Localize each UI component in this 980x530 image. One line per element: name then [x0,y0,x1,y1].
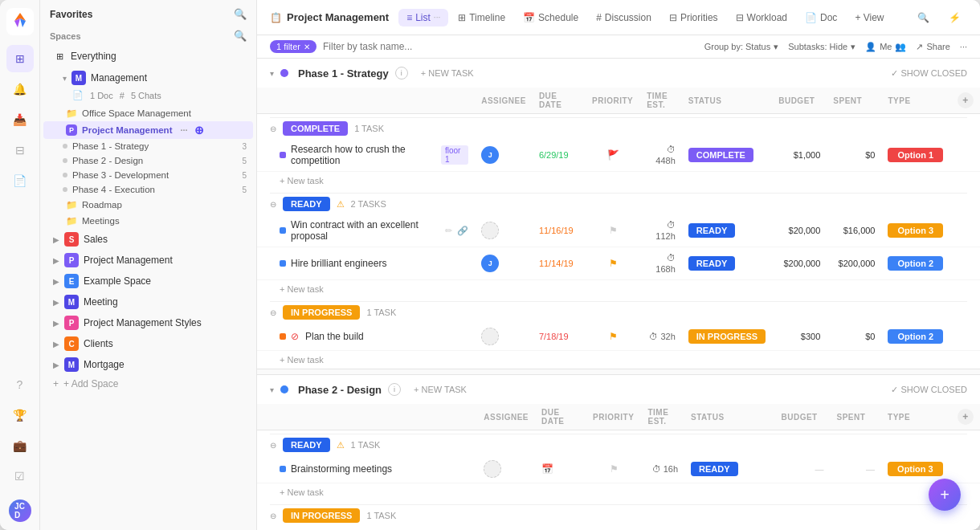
list-more-icon[interactable]: ··· [434,13,440,22]
search-btn[interactable]: 🔍 [911,9,936,26]
sidebar-item-meetings[interactable]: 📁 Meetings [43,213,253,229]
type-badge[interactable]: Option 3 [888,462,943,476]
edit-icon[interactable]: ✏ [445,226,452,236]
sidebar-item-management[interactable]: ▾ M Management [53,67,243,88]
pm-arrow[interactable]: ▶ [53,256,59,265]
new-task-link[interactable]: + New task [280,284,324,294]
link-icon[interactable]: 🔗 [457,226,468,236]
phase1-show-closed-btn[interactable]: ✓ SHOW CLOSED [891,68,967,79]
me-btn[interactable]: 👤 Me 👥 [865,42,906,52]
type-badge[interactable]: Option 2 [888,256,943,271]
inbox-icon[interactable]: 📥 [6,106,34,133]
assignee-avatar-empty[interactable] [481,222,499,239]
tab-schedule[interactable]: 📅 Schedule [515,9,586,26]
filter-badge[interactable]: 1 filter ✕ [270,40,316,53]
user-avatar[interactable]: JCD [9,499,31,522]
share-btn[interactable]: ↗ Share [916,42,949,52]
tab-discussion[interactable]: # Discussion [588,9,659,26]
notifications-icon[interactable]: 🔔 [6,75,34,103]
ready2-group-arrow[interactable]: ⊖ [270,441,276,450]
phase1-info-icon[interactable]: i [395,67,408,80]
management-arrow[interactable]: ▾ [63,74,67,83]
add-column-btn-2[interactable]: + [958,409,974,425]
add-column-btn[interactable]: + [958,92,974,108]
phase1-arrow[interactable]: ▾ [270,69,274,78]
tab-add-view[interactable]: + View [847,9,892,26]
briefcase-icon[interactable]: 💼 [6,432,34,459]
status-badge[interactable]: READY [688,256,736,271]
help-icon[interactable]: ? [6,371,34,398]
status-badge[interactable]: COMPLETE [688,148,753,162]
status-badge[interactable]: IN PROGRESS [688,329,766,344]
assignee-avatar[interactable]: J [481,255,499,272]
tab-list[interactable]: ≡ List ··· [398,9,448,26]
new-task-link[interactable]: + New task [280,176,324,186]
sidebar-item-office-space[interactable]: 📁 Office Space Management [43,105,253,121]
status-badge[interactable]: READY [688,223,736,238]
sidebar-item-clients[interactable]: ▶ C Clients [43,333,253,354]
checklist-icon[interactable]: ☑ [6,463,34,490]
ready-status-chip[interactable]: READY [283,197,330,211]
tab-timeline[interactable]: ⊞ Timeline [450,9,513,26]
sidebar-item-project-management[interactable]: P Project Management ··· ⊕ [43,121,253,139]
inprogress-group-arrow[interactable]: ⊖ [270,308,276,317]
phase2-arrow[interactable]: ▾ [270,385,274,394]
more-btn[interactable]: ··· [960,42,967,51]
meeting-arrow[interactable]: ▶ [53,298,59,307]
phase2-new-task-btn[interactable]: + NEW TASK [414,385,467,394]
complete-group-arrow[interactable]: ⊖ [270,124,276,133]
docs-icon[interactable]: 📄 [6,167,34,194]
sales-arrow[interactable]: ▶ [53,235,59,244]
phase2-info-icon[interactable]: i [388,383,401,396]
pm-more-icon[interactable]: ··· [180,125,187,135]
mortgage-arrow[interactable]: ▶ [53,361,59,369]
sidebar-item-phase2[interactable]: Phase 2 - Design 5 [56,153,253,168]
type-badge[interactable]: Option 3 [888,223,943,238]
status-badge[interactable]: READY [691,462,738,476]
assignee-avatar-empty[interactable] [484,460,501,478]
new-task-link[interactable]: + New task [280,355,324,365]
home-icon[interactable]: ⊞ [6,45,34,72]
complete-status-chip[interactable]: COMPLETE [283,121,348,136]
add-space-item[interactable]: + + Add Space [43,375,253,393]
example-arrow[interactable]: ▶ [53,277,59,286]
sidebar-item-roadmap[interactable]: 📁 Roadmap [43,197,253,213]
ready-group-arrow[interactable]: ⊖ [270,200,276,209]
inprogress2-group-arrow[interactable]: ⊖ [270,512,276,520]
app-logo[interactable] [6,8,34,35]
spaces-search-icon[interactable]: 🔍 [234,30,247,42]
tab-workload[interactable]: ⊟ Workload [728,9,795,26]
filter-clear-btn[interactable]: ✕ [304,43,310,51]
pm-styles-arrow[interactable]: ▶ [53,319,59,328]
clients-arrow[interactable]: ▶ [53,340,59,349]
sidebar-search-icon[interactable]: 🔍 [234,8,247,20]
inprogress2-status-chip[interactable]: IN PROGRESS [283,508,360,523]
sidebar-item-example[interactable]: ▶ E Example Space [43,271,253,292]
dashboard-icon[interactable]: ⊟ [6,137,34,164]
sidebar-item-mortgage[interactable]: ▶ M Mortgage [43,354,253,375]
fab-button[interactable]: + [929,479,961,511]
type-badge[interactable]: Option 2 [888,329,943,344]
sidebar-item-sales[interactable]: ▶ S Sales [43,229,253,250]
sidebar-item-pm[interactable]: ▶ P Project Management [43,250,253,271]
new-task-link[interactable]: + New task [280,487,324,497]
type-badge[interactable]: Option 1 [888,148,943,162]
phase1-new-task-btn[interactable]: + NEW TASK [421,68,474,78]
pm-add-icon[interactable]: ⊕ [194,124,204,137]
sidebar-item-phase4[interactable]: Phase 4 - Execution 5 [56,182,253,197]
assignee-avatar-empty[interactable] [481,328,499,345]
subtasks-btn[interactable]: Subtasks: Hide ▾ [788,42,855,52]
tab-doc[interactable]: 📄 Doc [797,9,845,26]
lightning-btn[interactable]: ⚡ [942,9,967,26]
assignee-avatar[interactable]: J [481,146,499,164]
phase2-show-closed-btn[interactable]: ✓ SHOW CLOSED [891,385,967,395]
sidebar-item-meeting[interactable]: ▶ M Meeting [43,292,253,312]
sidebar-item-everything[interactable]: ⊞ Everything [43,47,253,66]
ready2-status-chip[interactable]: READY [283,438,330,452]
sidebar-item-phase3[interactable]: Phase 3 - Development 5 [56,168,253,182]
trophy-icon[interactable]: 🏆 [6,402,34,429]
filter-input[interactable] [323,41,698,52]
sidebar-item-pm-styles[interactable]: ▶ P Project Management Styles [43,312,253,333]
group-by-btn[interactable]: Group by: Status ▾ [704,42,779,52]
inprogress-status-chip[interactable]: IN PROGRESS [283,305,360,320]
